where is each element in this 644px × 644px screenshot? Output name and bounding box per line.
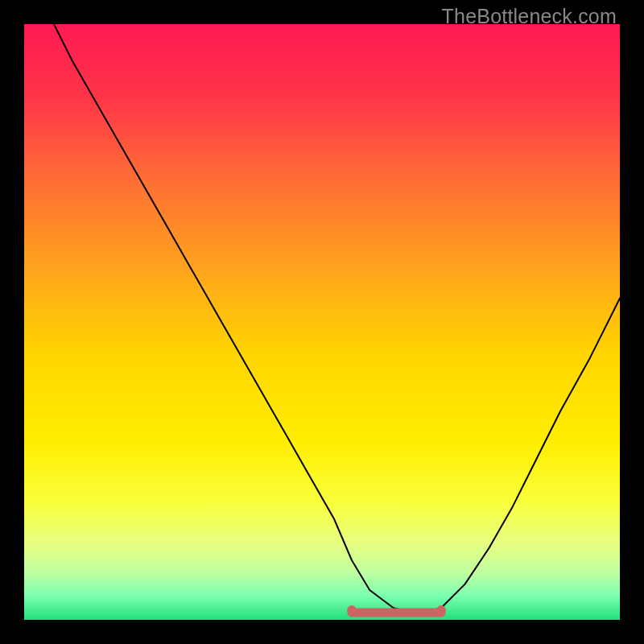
chart-container: TheBottleneck.com [0, 0, 644, 644]
plot-area [24, 24, 620, 620]
svg-point-2 [347, 605, 357, 615]
svg-point-3 [436, 605, 446, 615]
chart-svg [24, 24, 620, 620]
svg-rect-0 [24, 24, 620, 620]
